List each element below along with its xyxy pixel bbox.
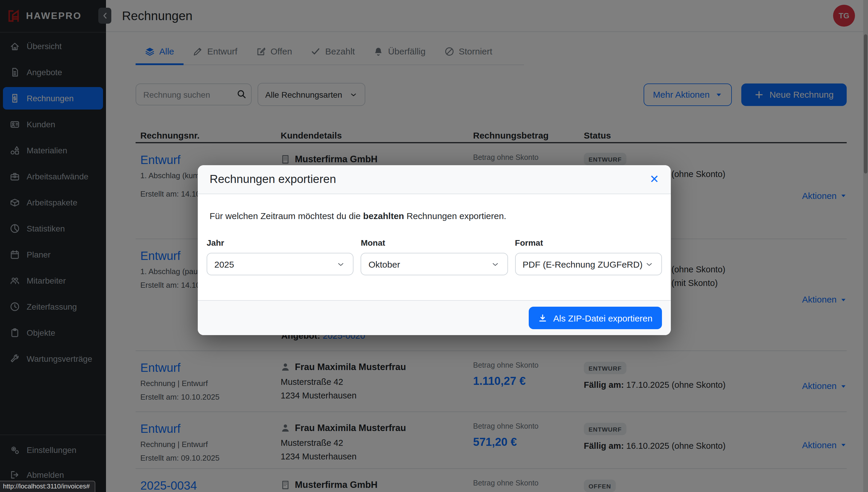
modal-footer: Als ZIP-Datei exportieren bbox=[198, 300, 671, 335]
app-window: HAWEPRO Übersicht Angebote Rechnungen Ku… bbox=[0, 0, 868, 492]
export-zip-button[interactable]: Als ZIP-Datei exportieren bbox=[529, 307, 662, 329]
field-label: Jahr bbox=[207, 238, 354, 248]
modal-title: Rechnungen exportieren bbox=[209, 172, 336, 186]
field-jahr: Jahr 2025 bbox=[207, 238, 354, 275]
month-select[interactable]: Oktober bbox=[361, 253, 508, 275]
link-preview-statusbar: http://localhost:3110/invoices# bbox=[0, 481, 95, 492]
format-select[interactable]: PDF (E-Rechnung ZUGFeRD) bbox=[515, 253, 662, 275]
close-icon[interactable]: ✕ bbox=[649, 173, 659, 185]
chevron-down-icon bbox=[491, 260, 500, 269]
format-value: PDF (E-Rechnung ZUGFeRD) bbox=[522, 259, 642, 269]
year-value: 2025 bbox=[214, 259, 234, 269]
modal-text: Für welchen Zeitraum möchtest du die bez… bbox=[207, 210, 662, 222]
modal-text-bold: bezahlten bbox=[363, 211, 404, 221]
field-monat: Monat Oktober bbox=[361, 238, 508, 275]
modal-header: Rechnungen exportieren ✕ bbox=[198, 165, 671, 194]
chevron-down-icon bbox=[645, 260, 654, 269]
modal-fields: Jahr 2025 Monat Oktober Format PDF (E-Re… bbox=[207, 238, 662, 275]
field-format: Format PDF (E-Rechnung ZUGFeRD) bbox=[515, 238, 662, 275]
field-label: Monat bbox=[361, 238, 508, 248]
chevron-down-icon bbox=[337, 260, 346, 269]
year-select[interactable]: 2025 bbox=[207, 253, 354, 275]
download-icon bbox=[539, 314, 547, 322]
modal-text-prefix: Für welchen Zeitraum möchtest du die bbox=[209, 211, 363, 221]
month-value: Oktober bbox=[369, 259, 400, 269]
modal-body: Für welchen Zeitraum möchtest du die bez… bbox=[198, 194, 671, 300]
modal-text-suffix: Rechnungen exportieren. bbox=[404, 211, 506, 221]
export-modal: Rechnungen exportieren ✕ Für welchen Zei… bbox=[198, 165, 671, 335]
field-label: Format bbox=[515, 238, 662, 248]
export-zip-label: Als ZIP-Datei exportieren bbox=[553, 313, 652, 323]
